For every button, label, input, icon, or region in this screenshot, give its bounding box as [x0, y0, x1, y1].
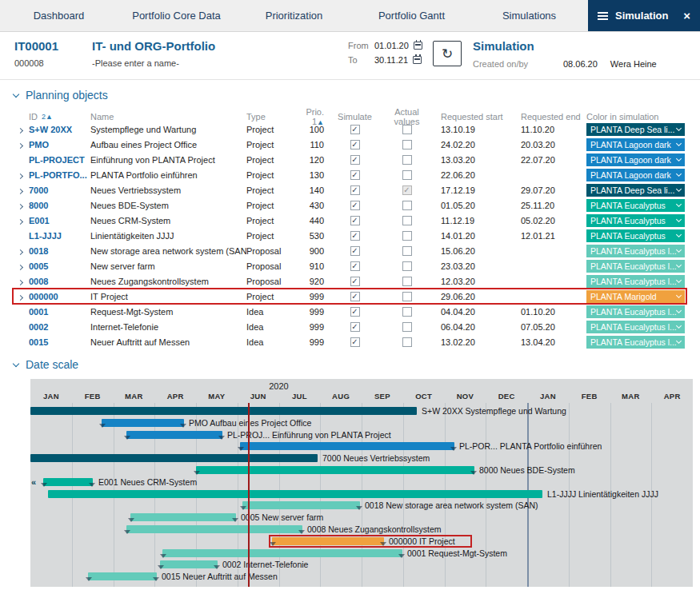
row-id[interactable]: 8000 [29, 201, 90, 210]
color-dropdown[interactable]: PLANTA Lagoon dark [586, 138, 685, 151]
color-dropdown[interactable]: PLANTA Eucalyptus [586, 214, 685, 227]
gantt-bar[interactable] [88, 572, 157, 580]
menu-icon[interactable] [598, 12, 608, 20]
actual-values-checkbox[interactable] [402, 170, 412, 180]
nav-tab-dashboard[interactable]: Dashboard [0, 0, 118, 31]
gantt-bar[interactable] [196, 466, 474, 474]
row-id[interactable]: 0008 [29, 277, 90, 286]
actual-values-checkbox[interactable] [402, 155, 412, 165]
row-id[interactable]: 7000 [29, 185, 90, 195]
table-row[interactable]: E001 Neues CRM-System Project 440 ✓ 11.1… [13, 213, 686, 228]
gantt-bar[interactable] [30, 407, 417, 415]
table-row[interactable]: S+W 20XX Systempflege und Wartung Projec… [13, 122, 686, 137]
close-icon[interactable]: × [683, 9, 690, 22]
simulate-checkbox[interactable]: ✓ [350, 261, 360, 271]
col-requested-start[interactable]: Requested start [433, 112, 513, 122]
simulate-checkbox[interactable]: ✓ [350, 322, 360, 332]
actual-values-checkbox[interactable] [402, 231, 412, 241]
table-row[interactable]: L1-JJJJ Linientätigkeiten JJJJ Project 5… [13, 228, 686, 243]
color-dropdown[interactable]: PLANTA Deep Sea li... [586, 184, 685, 197]
actual-values-checkbox[interactable]: ✓ [402, 185, 412, 195]
date-scale-section-header[interactable]: Date scale [0, 349, 700, 377]
actual-values-checkbox[interactable] [402, 322, 412, 332]
actual-values-checkbox[interactable] [402, 201, 412, 210]
nav-tab-prioritization[interactable]: Prioritization [235, 0, 353, 31]
gantt-bar[interactable] [43, 478, 93, 486]
row-id[interactable]: S+W 20XX [29, 125, 90, 134]
col-type[interactable]: Type [246, 112, 294, 122]
col-simulate[interactable]: Simulate [329, 112, 381, 122]
simulate-checkbox[interactable]: ✓ [350, 201, 360, 210]
color-dropdown[interactable]: PLANTA Eucalyptus l... [586, 245, 685, 257]
simulate-checkbox[interactable]: ✓ [350, 170, 360, 180]
row-id[interactable]: 0002 [29, 322, 90, 332]
row-id[interactable]: E001 [29, 216, 90, 225]
gantt-bar[interactable] [240, 442, 454, 450]
portfolio-subtitle[interactable]: -Please enter a name- [92, 58, 348, 68]
actual-values-checkbox[interactable] [402, 246, 412, 256]
gantt-bar[interactable] [160, 560, 218, 568]
nav-tab-portfolio-core-data[interactable]: Portfolio Core Data [118, 0, 235, 31]
gantt-bar[interactable] [126, 525, 302, 533]
expand-icon[interactable] [18, 218, 23, 224]
row-id[interactable]: L1-JJJJ [29, 231, 90, 241]
expand-icon[interactable] [18, 142, 23, 148]
expand-icon[interactable] [18, 127, 23, 133]
table-row[interactable]: 0008 Neues Zugangskontrollsystem Proposa… [13, 273, 686, 289]
simulate-checkbox[interactable]: ✓ [350, 155, 360, 165]
simulate-checkbox[interactable]: ✓ [350, 140, 360, 149]
gantt-bar[interactable] [30, 454, 318, 462]
row-id[interactable]: 0005 [29, 261, 90, 271]
simulate-checkbox[interactable]: ✓ [350, 246, 360, 256]
from-date-field[interactable]: 01.01.20 [374, 41, 409, 50]
expand-icon[interactable] [18, 173, 23, 178]
color-dropdown[interactable]: PLANTA Lagoon dark [586, 153, 685, 166]
table-row[interactable]: 0005 New server farm Proposal 910 ✓ 23.0… [13, 258, 686, 273]
color-dropdown[interactable]: PLANTA Deep Sea li... [586, 123, 685, 136]
nav-tab-simulations[interactable]: Simulations [470, 0, 588, 31]
gantt-canvas[interactable]: 2020 JANFEBMARAPRMAYJUNJULAUGSEPOCTNOVDE… [30, 379, 693, 587]
color-dropdown[interactable]: PLANTA Eucalyptus l... [586, 336, 685, 349]
table-row[interactable]: 0018 New storage area network system (SA… [13, 243, 686, 258]
planning-objects-section-header[interactable]: Planning objects [0, 80, 700, 107]
table-row[interactable]: 8000 Neues BDE-System Project 430 ✓ 01.0… [13, 197, 686, 213]
simulate-checkbox[interactable]: ✓ [350, 185, 360, 195]
row-id[interactable]: 0001 [29, 307, 90, 317]
actual-values-checkbox[interactable] [402, 307, 412, 317]
calendar-icon[interactable] [414, 42, 422, 50]
row-id[interactable]: 000000 [29, 292, 90, 301]
col-name[interactable]: Name [90, 112, 246, 122]
simulate-checkbox[interactable]: ✓ [350, 307, 360, 317]
color-dropdown[interactable]: PLANTA Eucalyptus [586, 199, 685, 212]
to-date-field[interactable]: 30.11.21 [374, 55, 408, 65]
table-row[interactable]: 0002 Internet-Telefonie Idea 999 ✓ 06.04… [13, 319, 686, 334]
color-dropdown[interactable]: PLANTA Eucalyptus l... [586, 321, 685, 333]
expand-icon[interactable] [18, 264, 23, 269]
actual-values-checkbox[interactable] [402, 337, 412, 347]
color-dropdown[interactable]: PLANTA Eucalyptus l... [586, 275, 685, 288]
actual-values-checkbox[interactable] [402, 292, 412, 301]
gantt-bar[interactable] [242, 501, 360, 509]
table-row[interactable]: PMO Aufbau eines Project Office Project … [13, 137, 686, 152]
color-dropdown[interactable]: PLANTA Lagoon dark [586, 169, 685, 181]
refresh-button[interactable]: ↻ [433, 41, 462, 66]
nav-tab-simulation-active[interactable]: Simulation × [588, 0, 700, 31]
simulate-checkbox[interactable]: ✓ [350, 277, 360, 286]
color-dropdown[interactable]: PLANTA Eucalyptus l... [586, 260, 685, 273]
table-row[interactable]: 0001 Request-Mgt-System Idea 999 ✓ 04.04… [13, 304, 686, 319]
color-dropdown[interactable]: PLANTA Marigold [586, 290, 685, 303]
actual-values-checkbox[interactable] [402, 277, 412, 286]
nav-tab-portfolio-gantt[interactable]: Portfolio Gantt [353, 0, 470, 31]
actual-values-checkbox[interactable] [402, 216, 412, 225]
gantt-bar[interactable] [102, 419, 184, 427]
color-dropdown[interactable]: PLANTA Eucalyptus l... [586, 305, 685, 318]
gantt-bar[interactable] [130, 513, 236, 521]
expand-icon[interactable] [18, 249, 23, 254]
table-row[interactable]: PL-PORTFO... PLANTA Portfolio einführen … [13, 167, 686, 182]
expand-icon[interactable] [18, 203, 23, 209]
expand-icon[interactable] [18, 188, 23, 193]
row-id[interactable]: 0018 [29, 246, 90, 256]
table-row[interactable]: PL-PROJECT Einführung von PLANTA Project… [13, 152, 686, 167]
simulate-checkbox[interactable]: ✓ [350, 292, 360, 301]
col-color-in-simulation[interactable]: Color in simulation [586, 112, 685, 122]
